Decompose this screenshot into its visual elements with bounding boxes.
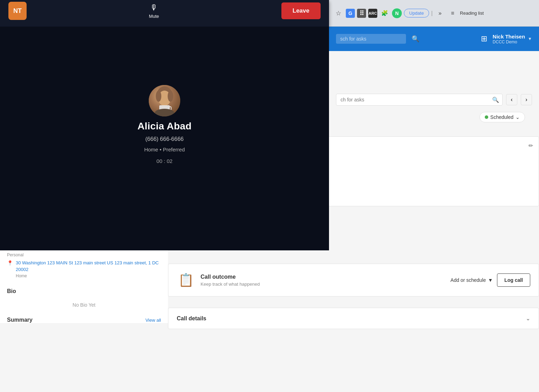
location-icon: 📍	[7, 260, 13, 266]
ext-g-icon: G	[346, 9, 355, 18]
svg-point-3	[168, 91, 173, 102]
mute-icon: 🎙	[150, 3, 158, 12]
update-button[interactable]: Update	[404, 9, 429, 17]
scheduled-badge-container: Scheduled ⌄	[479, 112, 525, 122]
scheduled-chevron-icon: ⌄	[516, 114, 520, 120]
browser-window: 🌐 NGP - STAGING - Call Time Connect - Go…	[0, 0, 329, 27]
avatar-inner	[149, 85, 180, 116]
call-overlay: Alicia Abad (666) 666-6666 Home • Prefer…	[0, 27, 329, 250]
ngp-header: 🔍 ⊞ Nick Theisen DCCC Demo ▼	[329, 27, 539, 51]
caller-badge: NT	[8, 2, 27, 20]
call-details-section: Call details ⌄	[168, 308, 539, 329]
contact-avatar	[149, 85, 180, 116]
outcome-icon-container: 📋	[177, 271, 195, 289]
avatar-svg	[149, 85, 180, 116]
user-chevron-icon[interactable]: ▼	[528, 36, 532, 41]
outcome-actions: Add or schedule ▼ Log call	[450, 273, 530, 287]
summary-title: Summary	[7, 317, 33, 323]
edit-icon[interactable]: ✏	[528, 142, 533, 149]
user-n-icon: N	[392, 8, 402, 18]
asks-bar: 🔍 ‹ ›	[336, 91, 532, 108]
add-schedule-button[interactable]: Add or schedule ▼	[450, 277, 493, 283]
view-all-link[interactable]: View all	[145, 318, 161, 323]
add-schedule-chevron-icon: ▼	[488, 277, 493, 283]
no-bio-text: No Bio Yet	[7, 299, 161, 311]
outcome-subtitle: Keep track of what happened	[201, 281, 445, 287]
add-schedule-label: Add or schedule	[450, 277, 486, 283]
header-search-icon: 🔍	[412, 35, 419, 43]
outcome-title: Call outcome	[201, 274, 445, 280]
user-org: DCCC Demo	[493, 40, 525, 44]
address-row: 📍 30 Washington 123 MAIN St 123 main str…	[7, 259, 161, 278]
call-details-title: Call details	[177, 315, 206, 322]
address-type: Home	[16, 273, 161, 278]
address-section: Personal 📍 30 Washington 123 MAIN St 123…	[7, 248, 161, 283]
browser-topbar-right: ☆ G ⠿ ARC 🧩 N Update | » ≡ Reading list	[329, 0, 539, 27]
reading-list-label: Reading list	[460, 10, 484, 16]
asks-search-field[interactable]	[336, 94, 503, 106]
next-arrow-button[interactable]: ›	[521, 94, 532, 105]
toolbar-separator: |	[431, 10, 433, 16]
svg-point-6	[155, 109, 174, 116]
scheduled-label: Scheduled	[490, 114, 513, 120]
bio-section: Bio No Bio Yet	[7, 283, 161, 317]
address-link[interactable]: 30 Washington 123 MAIN St 123 main stree…	[16, 260, 159, 272]
summary-header: Summary View all	[7, 317, 161, 323]
call-controls-bar: NT 🎙 Mute Leave	[0, 0, 329, 27]
reading-list-icon-btn[interactable]: ≡	[447, 8, 458, 19]
address-info: 30 Washington 123 MAIN St 123 main stree…	[16, 259, 161, 278]
mute-button[interactable]: 🎙 Mute	[149, 3, 159, 19]
ext-arc-icon: ARC	[368, 9, 377, 18]
user-name: Nick Theisen	[493, 34, 525, 40]
call-outcome-section: 📋 Call outcome Keep track of what happen…	[168, 264, 539, 297]
call-details-header: Call details ⌄	[177, 315, 530, 322]
personal-label: Personal	[7, 252, 161, 257]
call-outcome-icon: 📋	[178, 273, 194, 287]
asks-search-icon: 🔍	[492, 97, 499, 103]
contact-phone: (666) 666-6666	[145, 136, 183, 142]
svg-point-2	[156, 91, 161, 102]
asks-search-wrapper: 🔍	[336, 94, 503, 106]
grid-icon: ⊞	[481, 34, 487, 43]
call-timer: 00 : 02	[156, 158, 173, 164]
call-details-expand-icon[interactable]: ⌄	[526, 315, 530, 322]
user-info: Nick Theisen DCCC Demo ▼	[493, 34, 532, 44]
more-button[interactable]: »	[435, 8, 445, 19]
bio-title: Bio	[7, 288, 161, 294]
mute-label: Mute	[149, 14, 159, 19]
scheduled-dot	[485, 115, 488, 119]
scheduled-badge[interactable]: Scheduled ⌄	[479, 112, 525, 122]
leave-button[interactable]: Leave	[281, 2, 321, 19]
star-button[interactable]: ☆	[333, 8, 344, 19]
prev-arrow-button[interactable]: ‹	[506, 94, 517, 105]
contact-phone-type: Home • Preferred	[144, 147, 185, 152]
puzzle-icon-btn[interactable]: 🧩	[379, 8, 390, 19]
asks-search-input[interactable]	[336, 34, 406, 44]
contact-name: Alicia Abad	[138, 121, 192, 132]
toolbar-icons: ☆ G ⠿ ARC 🧩 N Update | » ≡ Reading list	[333, 8, 484, 19]
outcome-text: Call outcome Keep track of what happened	[201, 274, 445, 287]
log-call-button[interactable]: Log call	[497, 273, 530, 287]
ext-dots-icon: ⠿	[357, 9, 366, 18]
call-content: Alicia Abad (666) 666-6666 Home • Prefer…	[138, 85, 192, 164]
left-panel-content: Personal 📍 30 Washington 123 MAIN St 123…	[0, 248, 168, 323]
